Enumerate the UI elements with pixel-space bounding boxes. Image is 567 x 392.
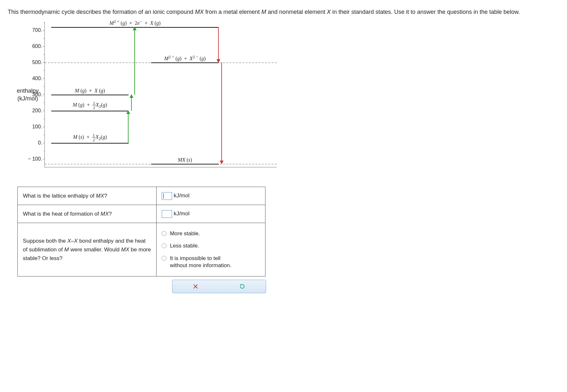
level-MX-gas xyxy=(51,95,129,95)
q1-answer: kJ/mol xyxy=(157,187,265,205)
reset-button[interactable] xyxy=(239,283,245,290)
level-M-gas xyxy=(51,111,129,111)
enthalpy-diagram: enthalpy (kJ/mol) − 100.0.100.200.300.40… xyxy=(17,22,559,167)
opt-less-stable[interactable]: Less stable. xyxy=(162,240,260,252)
q3-text: Suppose both the X–X bond enthalpy and t… xyxy=(18,223,157,276)
arrow-ionization xyxy=(134,27,135,95)
level-label-M-gas: M (g) + 12X2(g) xyxy=(73,101,107,111)
q1-text: What is the lattice enthalpy of MX? xyxy=(18,187,157,205)
q1-input[interactable] xyxy=(162,192,172,200)
q2-input[interactable] xyxy=(162,210,172,218)
action-button-row xyxy=(172,280,266,293)
level-label-MX-gas: M (g) + X (g) xyxy=(75,88,105,95)
arrow-sublimation xyxy=(128,111,129,143)
q2-answer: kJ/mol xyxy=(157,205,265,223)
radio-icon xyxy=(162,243,167,248)
level-label-MX-solid: MX (s) xyxy=(178,157,192,164)
radio-icon xyxy=(162,256,167,261)
level-MX-solid xyxy=(151,164,219,164)
opt-impossible[interactable]: It is impossible to tell without more in… xyxy=(162,252,260,272)
arrow-lattice xyxy=(221,62,222,164)
level-label-ion-pair: M2 + (g) + X2 − (g) xyxy=(164,54,206,62)
undo-icon xyxy=(239,283,245,290)
q3-answer: More stable. Less stable. It is impossib… xyxy=(157,223,265,276)
opt-more-stable[interactable]: More stable. xyxy=(162,228,260,240)
level-label-elements-std: M (s) + 12X2(g) xyxy=(73,133,107,143)
clear-button[interactable] xyxy=(193,284,198,289)
q2-text: What is the heat of formation of MX? xyxy=(18,205,157,223)
level-ion-pair xyxy=(151,62,219,63)
question-table: What is the lattice enthalpy of MX? kJ/m… xyxy=(17,187,265,276)
level-elements-std xyxy=(51,143,129,144)
level-label-ions-top: M2 + (g) + 2e− + X (g) xyxy=(110,19,161,27)
problem-statement: This thermodynamic cycle describes the f… xyxy=(8,8,559,16)
x-icon xyxy=(193,284,198,289)
arrow-e-affinity xyxy=(218,27,219,62)
radio-icon xyxy=(162,231,167,236)
